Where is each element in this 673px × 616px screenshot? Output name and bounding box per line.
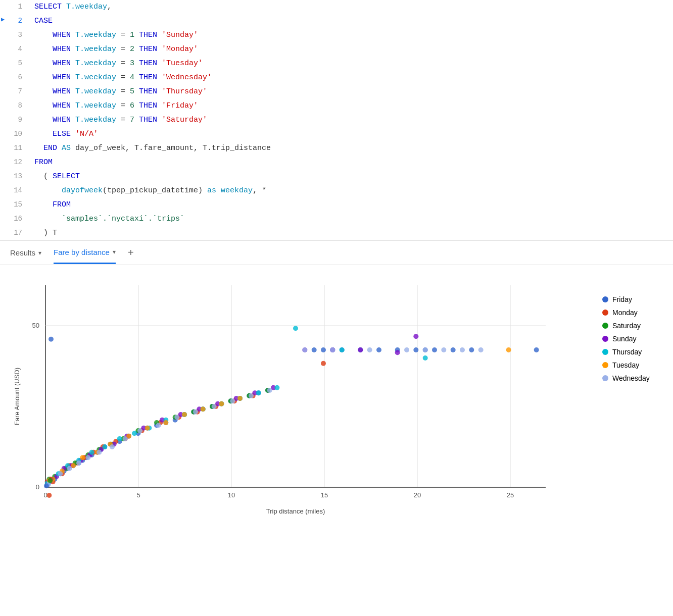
data-point	[358, 347, 363, 352]
code-line-7: 7 WHEN T.weekday = 5 THEN 'Thursday'	[0, 85, 673, 99]
data-point	[423, 347, 428, 352]
token-plain: =	[116, 116, 130, 124]
data-point	[478, 347, 484, 352]
code-line-11: 11 END AS day_of_week, T.fare_amount, T.…	[0, 141, 673, 156]
data-point	[219, 401, 224, 406]
data-point	[432, 347, 437, 352]
data-point	[163, 420, 168, 425]
token-field: T.weekday	[75, 101, 116, 110]
data-point	[145, 426, 150, 431]
legend-item-wednesday: Wednesday	[602, 374, 673, 382]
token-str: 'Wednesday'	[162, 73, 212, 82]
token-plain	[34, 186, 62, 195]
data-point	[67, 466, 72, 471]
token-plain: =	[116, 73, 130, 82]
token-kw: WHEN	[34, 45, 75, 54]
data-point	[47, 478, 53, 483]
active-line-arrow: ▶	[1, 15, 5, 25]
code-line-5: 5 WHEN T.weekday = 3 THEN 'Tuesday'	[0, 57, 673, 71]
tab-results[interactable]: Results ▾	[10, 248, 41, 263]
token-plain: (tpep_pickup_datetime)	[103, 186, 207, 195]
data-point	[76, 460, 81, 466]
token-field: weekday	[221, 186, 253, 195]
token-plain: ,	[107, 3, 112, 11]
token-str: 'Monday'	[162, 45, 198, 54]
line-number-4: 4	[0, 43, 30, 55]
token-kw: WHEN	[34, 73, 75, 82]
x-tick-15: 15	[321, 491, 328, 499]
data-point	[469, 347, 474, 352]
code-content-8: WHEN T.weekday = 6 THEN 'Friday'	[30, 100, 673, 112]
data-point	[89, 450, 94, 455]
legend-dot-thursday	[602, 349, 608, 355]
code-line-17: 17 ) T	[0, 226, 673, 240]
data-point	[230, 398, 235, 403]
token-str: 'Thursday'	[162, 87, 207, 96]
code-line-2: ▶2CASE	[0, 14, 673, 28]
data-point	[212, 404, 217, 409]
data-point	[267, 388, 272, 393]
code-content-1: SELECT T.weekday,	[30, 1, 673, 13]
line-number-6: 6	[0, 72, 30, 83]
x-tick-5: 5	[136, 491, 140, 499]
legend-dot-wednesday	[602, 375, 608, 381]
line-number-8: 8	[0, 100, 30, 111]
token-num: 7	[130, 116, 134, 124]
data-point	[321, 347, 326, 352]
tab-results-label: Results	[10, 248, 35, 257]
y-axis-label: Fare Amount (USD)	[13, 368, 21, 425]
token-kw: CASE	[34, 17, 53, 25]
token-plain	[34, 215, 62, 223]
tab-results-chevron: ▾	[38, 249, 41, 256]
x-tick-10: 10	[228, 491, 235, 499]
legend-label-thursday: Thursday	[612, 348, 642, 356]
data-point	[137, 428, 142, 433]
code-editor: 1SELECT T.weekday,▶2CASE3 WHEN T.weekday…	[0, 0, 673, 241]
token-plain	[34, 200, 53, 209]
tab-add-button[interactable]: +	[128, 247, 134, 265]
chart-container: Fare Amount (USD) 0	[10, 275, 592, 520]
data-point	[44, 483, 49, 488]
data-point	[237, 396, 243, 401]
code-line-13: 13 ( SELECT	[0, 170, 673, 184]
tab-fare-by-distance[interactable]: Fare by distance ▾	[54, 248, 116, 264]
token-plain: =	[116, 87, 130, 96]
legend-dot-friday	[602, 296, 608, 302]
token-kw: THEN	[134, 45, 162, 54]
data-point	[132, 431, 137, 436]
code-content-16: `samples`.`nyctaxi`.`trips`	[30, 213, 673, 225]
data-point	[85, 455, 90, 460]
code-line-16: 16 `samples`.`nyctaxi`.`trips`	[0, 212, 673, 226]
token-kw: WHEN	[34, 87, 75, 96]
data-point	[460, 347, 465, 352]
token-kw: THEN	[134, 116, 162, 124]
tab-fare-chevron: ▾	[113, 248, 116, 255]
legend-item-friday: Friday	[602, 295, 673, 303]
data-point	[58, 471, 63, 476]
code-line-12: 12FROM	[0, 156, 673, 170]
token-num: 2	[130, 45, 134, 54]
line-number-14: 14	[0, 185, 30, 196]
token-field: T.weekday	[75, 116, 116, 124]
data-point	[46, 493, 52, 498]
token-kw: FROM	[34, 158, 53, 167]
data-point	[174, 415, 179, 420]
y-tick-50: 50	[32, 322, 39, 329]
data-point	[413, 347, 418, 352]
token-str: 'Saturday'	[162, 116, 207, 124]
data-point	[423, 355, 428, 361]
data-point	[321, 361, 326, 366]
line-number-13: 13	[0, 171, 30, 182]
chart-legend: FridayMondaySaturdaySundayThursdayTuesda…	[592, 275, 673, 520]
code-content-5: WHEN T.weekday = 3 THEN 'Tuesday'	[30, 58, 673, 70]
token-tick: `samples`.`nyctaxi`.`trips`	[62, 215, 184, 223]
line-number-16: 16	[0, 213, 30, 224]
line-number-2: ▶2	[0, 15, 30, 26]
data-point	[293, 326, 298, 331]
data-point	[110, 444, 115, 449]
data-point	[367, 347, 372, 352]
line-number-3: 3	[0, 29, 30, 40]
code-content-9: WHEN T.weekday = 7 THEN 'Saturday'	[30, 114, 673, 126]
data-point	[330, 347, 335, 352]
token-plain	[216, 186, 221, 195]
